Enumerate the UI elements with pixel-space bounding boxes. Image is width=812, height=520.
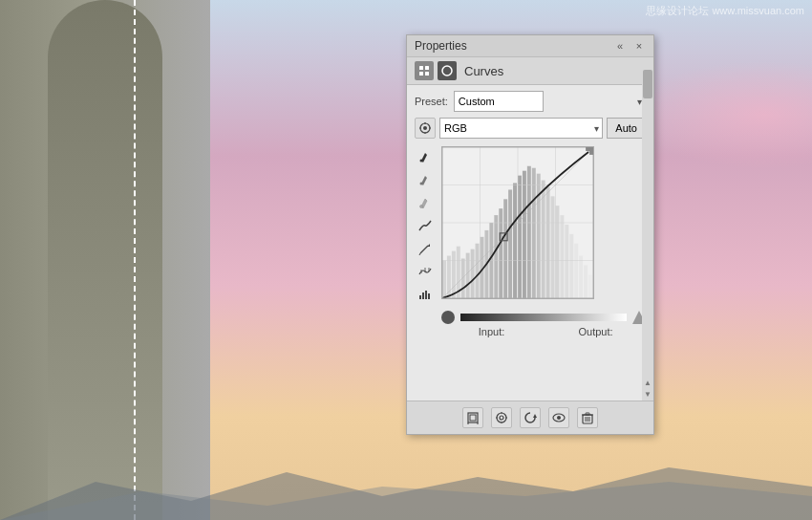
- panel-scrollbar[interactable]: ▲ ▼: [642, 69, 653, 401]
- preset-row: Preset: Custom Default Strong Contrast L…: [407, 85, 653, 118]
- svg-rect-24: [425, 291, 427, 299]
- input-label: Input:: [441, 326, 542, 337]
- svg-rect-52: [560, 215, 564, 298]
- sliders-row: [407, 309, 653, 324]
- svg-rect-4: [419, 72, 423, 76]
- svg-rect-47: [537, 174, 541, 298]
- toggle-visibility-btn[interactable]: [548, 407, 569, 428]
- selection-line: [134, 0, 136, 520]
- eyedropper-black-tool[interactable]: [415, 146, 436, 167]
- channel-row: RGB Red Green Blue Auto: [407, 118, 653, 142]
- channel-select-wrapper: RGB Red Green Blue: [439, 118, 603, 139]
- channel-select[interactable]: RGB Red Green Blue: [439, 118, 603, 139]
- svg-rect-58: [588, 274, 592, 298]
- svg-rect-51: [556, 206, 560, 298]
- svg-rect-2: [419, 66, 423, 70]
- svg-point-6: [442, 66, 452, 76]
- watermark: 思缘设计论坛 www.missvuan.com: [646, 4, 804, 18]
- svg-rect-29: [452, 251, 456, 298]
- histogram-display-tool[interactable]: [415, 284, 436, 305]
- svg-rect-39: [499, 208, 502, 298]
- svg-rect-27: [442, 261, 446, 299]
- svg-rect-5: [425, 72, 429, 76]
- clip-to-layer-btn[interactable]: [462, 407, 483, 428]
- svg-rect-42: [513, 184, 517, 298]
- adjustments-tab[interactable]: [415, 61, 434, 80]
- svg-rect-44: [523, 171, 526, 298]
- bottom-toolbar: [407, 401, 653, 434]
- svg-rect-22: [419, 295, 421, 299]
- eyedropper-white-tool[interactable]: [415, 192, 436, 213]
- svg-point-13: [420, 160, 423, 162]
- svg-rect-45: [527, 166, 531, 298]
- svg-rect-69: [589, 147, 593, 155]
- svg-point-74: [497, 413, 506, 422]
- svg-rect-25: [428, 293, 430, 299]
- eyedropper-gray-tool[interactable]: [415, 169, 436, 190]
- curve-container: [441, 146, 646, 305]
- tab-bar: Curves: [407, 57, 653, 85]
- smooth-curve-tool[interactable]: [415, 261, 436, 282]
- svg-rect-38: [494, 215, 498, 298]
- svg-marker-17: [427, 244, 430, 247]
- main-content-area: [407, 142, 653, 309]
- curve-canvas[interactable]: [441, 146, 594, 299]
- reset-btn[interactable]: [520, 407, 541, 428]
- mountains: [0, 444, 812, 520]
- delete-btn[interactable]: [577, 407, 598, 428]
- svg-rect-71: [470, 415, 476, 421]
- svg-rect-53: [565, 225, 568, 298]
- scroll-down-arrow[interactable]: ▼: [643, 389, 652, 399]
- panel-collapse-btn[interactable]: «: [613, 40, 627, 52]
- svg-point-75: [500, 416, 503, 420]
- scroll-thumb[interactable]: [643, 70, 652, 98]
- scroll-up-arrow[interactable]: ▲: [643, 378, 652, 387]
- view-previous-btn[interactable]: [491, 407, 512, 428]
- panel-spacer: [407, 343, 653, 401]
- curves-label: Curves: [464, 64, 503, 78]
- svg-rect-23: [422, 292, 424, 299]
- auto-button[interactable]: Auto: [607, 118, 646, 139]
- svg-point-14: [420, 183, 423, 185]
- svg-point-82: [557, 416, 561, 420]
- svg-line-18: [419, 253, 420, 255]
- black-point-slider[interactable]: [441, 311, 455, 324]
- tools-panel: [415, 146, 438, 305]
- svg-rect-50: [551, 196, 555, 298]
- panel-controls: « ×: [613, 40, 646, 52]
- svg-rect-43: [518, 176, 522, 298]
- svg-line-16: [420, 246, 428, 253]
- svg-rect-54: [569, 234, 573, 298]
- svg-rect-57: [584, 265, 588, 298]
- svg-point-8: [423, 126, 427, 130]
- pencil-curve-tool[interactable]: [415, 238, 436, 259]
- svg-rect-85: [586, 413, 589, 415]
- gradient-bar: [460, 314, 627, 321]
- svg-rect-48: [542, 181, 545, 298]
- svg-rect-56: [579, 256, 583, 298]
- panel-close-btn[interactable]: ×: [632, 40, 646, 52]
- svg-rect-34: [476, 244, 480, 298]
- svg-rect-46: [532, 168, 536, 298]
- curves-tab[interactable]: [438, 61, 457, 80]
- svg-rect-40: [503, 199, 507, 298]
- preset-select[interactable]: Custom Default Strong Contrast Linear Co…: [454, 91, 544, 112]
- svg-rect-41: [508, 189, 512, 298]
- preset-label: Preset:: [415, 96, 448, 107]
- curve-smooth-tool[interactable]: [415, 215, 436, 236]
- castle-image: [0, 0, 210, 520]
- svg-point-15: [420, 206, 423, 208]
- preset-select-wrapper: Custom Default Strong Contrast Linear Co…: [454, 91, 646, 112]
- panel-titlebar: Properties « ×: [407, 35, 653, 57]
- svg-rect-3: [425, 66, 429, 70]
- properties-panel: Properties « × Curves Preset: Custom: [406, 34, 654, 435]
- io-row: Input: Output:: [407, 324, 653, 343]
- svg-marker-80: [533, 414, 537, 418]
- panel-title: Properties: [415, 39, 467, 53]
- output-label: Output:: [545, 326, 646, 337]
- svg-rect-32: [466, 253, 470, 298]
- target-adjustment-btn[interactable]: [415, 118, 436, 139]
- svg-rect-55: [574, 244, 578, 298]
- svg-rect-49: [546, 186, 550, 298]
- svg-rect-33: [471, 249, 475, 298]
